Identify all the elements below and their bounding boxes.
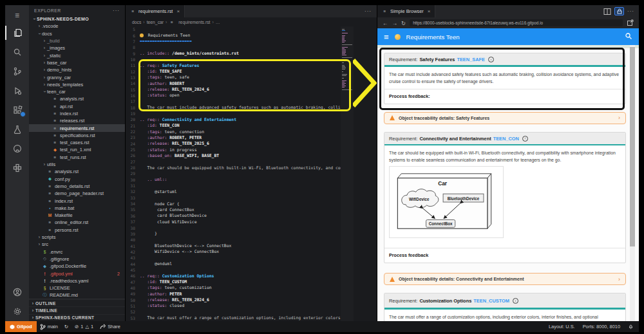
code-line[interactable]: 41 BluetoothDevice <--> ConnectBox: [126, 243, 377, 248]
code-line[interactable]: 53 The car must offer a range of customi…: [126, 315, 377, 321]
tree-folder[interactable]: ›scripts: [29, 234, 125, 241]
code-line[interactable]: 17: [126, 98, 377, 104]
code-line[interactable]: 51 :status: closed: [126, 303, 377, 309]
requirement-id-link[interactable]: TEEN_CUSTOM: [473, 298, 509, 304]
tree-file[interactable]: ≡persons.rst: [29, 227, 125, 234]
tree-file[interactable]: ≡analysis.rst: [29, 168, 125, 175]
code-line[interactable]: 52: [126, 309, 377, 315]
code-line[interactable]: 6 Requirements Teen: [126, 32, 377, 38]
tree-file[interactable]: §LICENSE: [29, 284, 125, 292]
tree-file[interactable]: ≡analysis.rst: [29, 95, 125, 102]
gitpod-badge[interactable]: Gitpod: [5, 321, 37, 332]
tab-simple-browser[interactable]: ≡ Simple Browser ×: [377, 5, 435, 17]
tree-folder[interactable]: ›_static: [29, 51, 125, 59]
code-line[interactable]: 28 The car should be equipped with built…: [126, 165, 377, 171]
code-line[interactable]: 25 :status: in progress: [126, 147, 377, 153]
code-line[interactable]: 11.. req:: Safety Features: [126, 62, 377, 68]
code-line[interactable]: 15 :release: REL_TEEN_2024_6: [126, 86, 377, 92]
tree-file[interactable]: ◆test_run_1.xml: [29, 146, 125, 153]
source-control-icon[interactable]: [5, 62, 29, 81]
forward-icon[interactable]: →: [392, 20, 398, 26]
tab-close-icon[interactable]: ×: [428, 8, 431, 14]
tree-file[interactable]: ≡demo_page_header.rst: [29, 190, 125, 197]
code-line[interactable]: 38: [126, 225, 377, 230]
tab-requirements-rst[interactable]: ≡ requirements.rst ×: [126, 5, 185, 17]
code-line[interactable]: 16 :status: open: [126, 93, 377, 98]
breadcrumb-file[interactable]: requirements.rst: [178, 20, 210, 24]
section-timeline[interactable]: ›TIMELINE: [29, 306, 125, 313]
requirement-id-link[interactable]: TEEN_SAFE: [457, 57, 485, 62]
code-line[interactable]: 40: [126, 237, 377, 243]
breadcrumb[interactable]: docs› teen_car› ≡ requirements.rst› …: [126, 17, 377, 26]
tree-folder[interactable]: ›SPHINX-NEEDS-DEMO: [29, 15, 125, 23]
code-line[interactable]: 45: [126, 267, 377, 273]
tree-folder[interactable]: ›.vscode: [29, 23, 125, 30]
code-line[interactable]: 36 card BluetoothDevice: [126, 213, 377, 219]
code-line[interactable]: 5: [126, 26, 377, 32]
tree-folder[interactable]: ›_images: [29, 44, 125, 51]
code-line[interactable]: 47 :id: TEEN_CUSTOM: [126, 279, 377, 284]
tree-folder[interactable]: ›base_car: [29, 59, 125, 66]
settings-gear-icon[interactable]: [5, 302, 29, 321]
browser-more-icon[interactable]: ···: [627, 8, 634, 14]
tree-file[interactable]: ≡index.rst: [29, 110, 125, 117]
code-line[interactable]: 20.. req:: Connectivity and Entertainmen…: [126, 116, 377, 122]
code-line[interactable]: 35 card ConnectBox: [126, 207, 377, 212]
menu-icon[interactable]: ≡: [5, 8, 29, 23]
code-line[interactable]: 18 The car must include advanced safety …: [126, 104, 377, 110]
requirement-id-link[interactable]: TEEN_CON: [493, 136, 519, 142]
permalink-icon[interactable]: ↑: [488, 57, 494, 62]
tree-file[interactable]: ≡requirements.rst: [29, 124, 125, 131]
code-line[interactable]: 48 :tags: teen, customization: [126, 285, 377, 291]
tree-file[interactable]: ◆.gitpod.Dockerfile: [29, 263, 125, 270]
tree-folder[interactable]: ›teen_car: [29, 88, 125, 95]
back-icon[interactable]: ←: [383, 20, 388, 26]
run-debug-icon[interactable]: [5, 81, 29, 100]
page-menu-icon[interactable]: ≡: [384, 32, 389, 42]
code-line[interactable]: 31: [126, 183, 377, 189]
code-line[interactable]: 46.. req:: Customization Options: [126, 273, 377, 279]
code-line[interactable]: 33: [126, 195, 377, 201]
tree-folder[interactable]: ›utils: [29, 161, 125, 168]
code-line[interactable]: 30 .. uml::: [126, 177, 377, 183]
code-line[interactable]: 29: [126, 171, 377, 176]
notifications-bell-icon[interactable]: [628, 323, 634, 331]
code-line[interactable]: 32 @startuml: [126, 189, 377, 194]
code-line[interactable]: 8: [126, 44, 377, 50]
breadcrumb-symbol[interactable]: …: [216, 20, 220, 24]
breadcrumb-teen-car[interactable]: teen_car: [147, 20, 164, 24]
tree-folder[interactable]: ›demo_hints: [29, 66, 125, 73]
code-line[interactable]: 49 :author: PETER: [126, 291, 377, 297]
extensions-icon[interactable]: [5, 100, 29, 120]
tree-file[interactable]: ◇.gitignore: [29, 255, 125, 263]
tree-folder[interactable]: ›docs: [29, 30, 125, 37]
code-line[interactable]: 39 }: [126, 231, 377, 237]
code-line[interactable]: 24 :release: REL_TEEN_2025_6: [126, 141, 377, 147]
code-line[interactable]: 44 @enduml: [126, 261, 377, 266]
tree-file[interactable]: ▪make.bat: [29, 205, 125, 212]
code-line[interactable]: 10: [126, 57, 377, 62]
tree-folder[interactable]: ›_build: [29, 37, 125, 44]
tree-file[interactable]: ≡api.rst: [29, 103, 125, 110]
code-line[interactable]: 9.. include:: /demo_hints/constraints.rs…: [126, 50, 377, 56]
tree-folder[interactable]: ›needs_templates: [29, 81, 125, 88]
permalink-icon[interactable]: ↑: [513, 298, 518, 304]
traceability-warning-1[interactable]: Object traceability details: Safety Feat…: [384, 112, 626, 124]
editor-actions-icon[interactable]: ···: [359, 5, 377, 17]
section-sphinx-needs-current[interactable]: ›SPHINX-NEEDS CURRENT: [29, 314, 125, 321]
minimap[interactable]: [341, 26, 354, 321]
code-line[interactable]: 14 :author: ROBERT: [126, 80, 377, 86]
code-line[interactable]: 34 node Car {: [126, 201, 377, 207]
code-line[interactable]: 50 :release: REL_TEEN_2024_6: [126, 297, 377, 302]
code-line[interactable]: 37 cloud WifiDevice: [126, 219, 377, 225]
tree-file[interactable]: ≡index.rst: [29, 197, 125, 204]
traceability-warning-2[interactable]: Object traceability details: Connectivit…: [384, 273, 626, 285]
lock-icon[interactable]: [614, 7, 624, 15]
tree-file[interactable]: ≡demo_details.rst: [29, 183, 125, 190]
split-editor-icon[interactable]: [603, 8, 611, 15]
tree-folder[interactable]: ›granny_car: [29, 73, 125, 80]
breadcrumb-docs[interactable]: docs: [132, 20, 141, 24]
code-line[interactable]: 21 :id: TEEN_CON: [126, 123, 377, 129]
tree-file[interactable]: ◆conf.py: [29, 176, 125, 183]
testing-icon[interactable]: [5, 120, 29, 139]
